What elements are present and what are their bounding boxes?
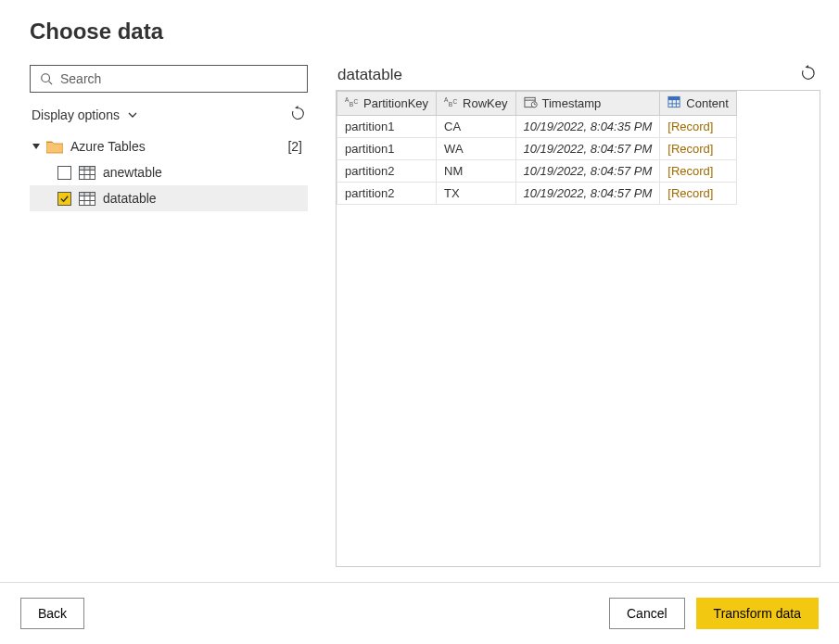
preview-grid-container[interactable]: ABCPartitionKeyABCRowKeyTimestampContent… bbox=[336, 90, 820, 567]
table-cell: partition2 bbox=[337, 160, 437, 183]
table-cell: TX bbox=[437, 183, 515, 205]
display-options-button[interactable]: Display options bbox=[32, 107, 138, 122]
table-cell: 10/19/2022, 8:04:57 PM bbox=[515, 138, 660, 160]
column-header[interactable]: Content bbox=[660, 92, 737, 116]
tree-group-label: Azure Tables bbox=[70, 139, 287, 154]
search-input[interactable] bbox=[60, 71, 298, 86]
svg-text:C: C bbox=[353, 98, 358, 105]
table-icon bbox=[79, 166, 95, 180]
refresh-preview-button[interactable] bbox=[800, 65, 817, 84]
table-row[interactable]: partition2TX10/19/2022, 8:04:57 PM[Recor… bbox=[337, 183, 737, 205]
checkbox[interactable] bbox=[57, 166, 71, 180]
column-header[interactable]: Timestamp bbox=[515, 92, 660, 116]
checkbox[interactable] bbox=[57, 192, 71, 206]
svg-rect-9 bbox=[80, 192, 95, 196]
column-header-label: Timestamp bbox=[542, 96, 602, 110]
tree-group-count: [2] bbox=[287, 139, 302, 154]
footer: Back Cancel Transform data bbox=[0, 582, 839, 644]
column-header[interactable]: ABCRowKey bbox=[437, 92, 515, 116]
column-type-icon bbox=[667, 95, 681, 111]
tree-item[interactable]: datatable bbox=[30, 185, 308, 211]
table-cell: NM bbox=[437, 160, 515, 183]
page-title: Choose data bbox=[30, 19, 809, 44]
column-type-icon: ABC bbox=[444, 95, 458, 111]
refresh-icon bbox=[800, 65, 817, 82]
table-row[interactable]: partition1CA10/19/2022, 8:04:35 PM[Recor… bbox=[337, 116, 737, 138]
table-icon bbox=[79, 192, 95, 206]
table-row[interactable]: partition1WA10/19/2022, 8:04:57 PM[Recor… bbox=[337, 138, 737, 160]
record-link[interactable]: [Record] bbox=[660, 183, 737, 205]
tree-group-azure-tables[interactable]: Azure Tables [2] bbox=[30, 133, 308, 159]
table-row[interactable]: partition2NM10/19/2022, 8:04:57 PM[Recor… bbox=[337, 160, 737, 183]
svg-text:C: C bbox=[452, 98, 457, 105]
table-cell: 10/19/2022, 8:04:57 PM bbox=[515, 183, 660, 205]
search-icon bbox=[40, 72, 53, 85]
svg-rect-25 bbox=[668, 96, 680, 100]
refresh-tree-button[interactable] bbox=[290, 106, 306, 124]
table-cell: WA bbox=[437, 138, 515, 160]
table-cell: 10/19/2022, 8:04:57 PM bbox=[515, 160, 660, 183]
caret-down-icon bbox=[32, 142, 41, 151]
column-type-icon bbox=[524, 95, 538, 111]
record-link[interactable]: [Record] bbox=[660, 160, 737, 183]
svg-rect-4 bbox=[80, 166, 95, 170]
svg-marker-2 bbox=[32, 144, 40, 149]
refresh-icon bbox=[290, 106, 306, 121]
column-type-icon: ABC bbox=[345, 95, 359, 111]
tree-item-label: anewtable bbox=[103, 165, 162, 180]
preview-pane: datatable ABCPartitionKeyABCRowKeyTimest… bbox=[336, 65, 820, 582]
record-link[interactable]: [Record] bbox=[660, 116, 737, 138]
svg-point-0 bbox=[42, 74, 50, 82]
table-cell: partition2 bbox=[337, 183, 437, 205]
folder-icon bbox=[46, 140, 63, 154]
column-header[interactable]: ABCPartitionKey bbox=[337, 92, 437, 116]
column-header-label: RowKey bbox=[463, 96, 507, 110]
tree-item[interactable]: anewtable bbox=[30, 159, 308, 185]
table-cell: 10/19/2022, 8:04:35 PM bbox=[515, 116, 660, 138]
search-input-wrap[interactable] bbox=[30, 65, 308, 93]
chevron-down-icon bbox=[127, 109, 138, 120]
tree-item-label: datatable bbox=[103, 191, 157, 206]
record-link[interactable]: [Record] bbox=[660, 138, 737, 160]
transform-data-button[interactable]: Transform data bbox=[696, 598, 819, 629]
column-header-label: PartitionKey bbox=[363, 96, 428, 110]
preview-table: ABCPartitionKeyABCRowKeyTimestampContent… bbox=[337, 91, 737, 205]
object-tree: Azure Tables [2] anewtabledatatable bbox=[30, 133, 308, 211]
back-button[interactable]: Back bbox=[20, 598, 84, 629]
cancel-button[interactable]: Cancel bbox=[609, 598, 685, 629]
navigator-sidebar: Display options Azure Tables [2] anewtab… bbox=[30, 65, 308, 582]
svg-line-1 bbox=[49, 82, 53, 85]
table-cell: partition1 bbox=[337, 138, 437, 160]
table-cell: partition1 bbox=[337, 116, 437, 138]
preview-title: datatable bbox=[337, 66, 402, 84]
column-header-label: Content bbox=[686, 96, 729, 110]
table-cell: CA bbox=[437, 116, 515, 138]
display-options-label: Display options bbox=[32, 107, 120, 122]
